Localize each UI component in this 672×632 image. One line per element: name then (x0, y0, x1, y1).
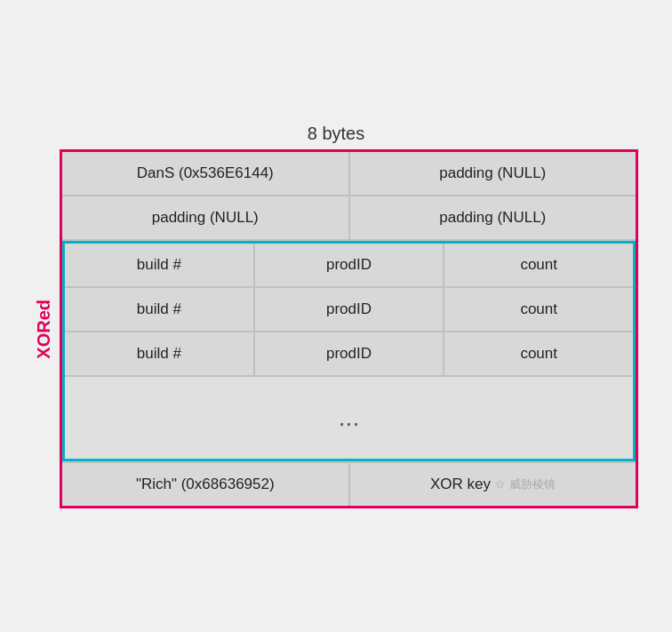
build-1: build # (65, 244, 255, 286)
inner-row-2: build # prodID count (65, 288, 633, 332)
cell-padding-null-1: padding (NULL) (350, 152, 636, 195)
inner-xored-box: build # prodID count build # prodID (62, 241, 636, 461)
main-container: 8 bytes XORed DanS (0x536E6144) padding … (34, 124, 638, 508)
outer-wrapper: XORed DanS (0x536E6144) padding (NULL) p… (34, 149, 638, 508)
bytes-label: 8 bytes (308, 124, 364, 144)
cell-padding-null-3: padding (NULL) (350, 196, 636, 239)
count-2: count (444, 288, 633, 331)
cell-rich: "Rich" (0x68636952) (62, 463, 350, 506)
inner-row-1: build # prodID count (65, 244, 633, 288)
inner-row-3: build # prodID count (65, 332, 633, 377)
cell-padding-null-2: padding (NULL) (62, 196, 350, 239)
cell-xor-key: XOR key ☆ 威胁棱镜 (350, 463, 636, 506)
dots-row: ... (65, 377, 633, 459)
row-dans: DanS (0x536E6144) padding (NULL) (62, 152, 636, 196)
prodid-2: prodID (255, 288, 445, 331)
outer-box: DanS (0x536E6144) padding (NULL) padding… (60, 149, 638, 508)
count-1: count (444, 244, 633, 286)
prodid-3: prodID (255, 332, 445, 375)
row-padding: padding (NULL) padding (NULL) (62, 196, 636, 241)
xored-label: XORed (34, 300, 54, 359)
count-3: count (444, 332, 633, 375)
cell-dans: DanS (0x536E6144) (62, 152, 350, 195)
bottom-row: "Rich" (0x68636952) XOR key ☆ 威胁棱镜 (62, 461, 636, 506)
build-2: build # (65, 288, 255, 331)
build-3: build # (65, 332, 255, 375)
prodid-1: prodID (255, 244, 445, 286)
